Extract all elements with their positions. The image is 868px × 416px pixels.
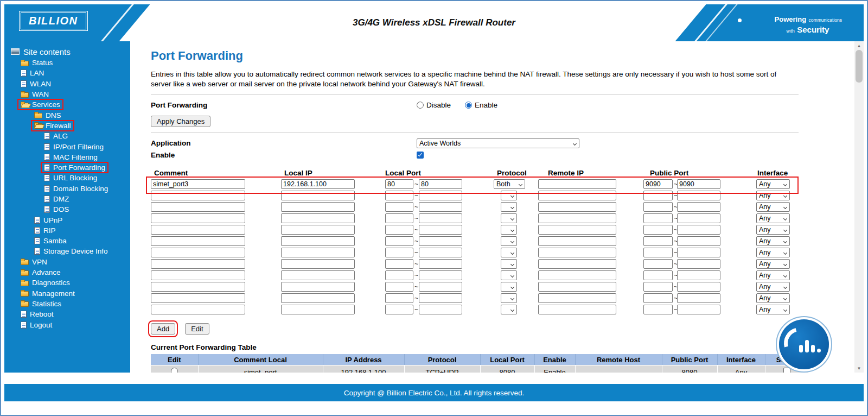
interface-select[interactable]: Any — [756, 202, 790, 212]
local-port-from-input[interactable] — [385, 202, 413, 212]
local-port-to-input[interactable] — [419, 202, 462, 212]
comment-input[interactable] — [151, 259, 245, 269]
sidebar-item-mac-filtering[interactable]: MAC Filtering — [4, 152, 130, 162]
local-port-from-input[interactable] — [385, 236, 413, 246]
add-button[interactable]: Add — [151, 323, 175, 335]
sidebar-item-domain-blocking[interactable]: Domain Blocking — [4, 184, 130, 194]
protocol-select[interactable] — [501, 213, 517, 223]
public-port-from-input[interactable] — [643, 213, 673, 223]
scroll-up-arrow-icon[interactable]: ▲ — [854, 41, 864, 50]
local-port-to-input[interactable] — [419, 248, 462, 257]
interface-select[interactable]: Any — [756, 225, 790, 235]
public-port-from-input[interactable] — [643, 293, 673, 303]
protocol-select[interactable]: Both — [494, 179, 525, 189]
protocol-select[interactable] — [501, 248, 517, 257]
sidebar-item-management[interactable]: Management — [4, 288, 130, 299]
protocol-select[interactable] — [501, 293, 517, 303]
sidebar-item-services[interactable]: Services — [4, 99, 130, 110]
local-ip-input[interactable] — [281, 293, 355, 303]
public-port-to-input[interactable] — [677, 248, 720, 257]
local-ip-input[interactable] — [281, 225, 355, 235]
sidebar-item-ip-port-filtering[interactable]: IP/Port Filtering — [4, 141, 130, 152]
enable-radio[interactable] — [465, 102, 472, 109]
remote-ip-input[interactable] — [538, 259, 616, 269]
comment-input[interactable] — [151, 191, 245, 200]
comment-input[interactable] — [151, 270, 245, 280]
comment-input[interactable] — [151, 225, 245, 235]
public-port-to-input[interactable] — [677, 259, 720, 269]
sidebar-item-url-blocking[interactable]: URL Blocking — [4, 173, 130, 183]
local-port-from-input[interactable] — [385, 248, 413, 257]
interface-select[interactable]: Any — [756, 191, 790, 200]
remote-ip-input[interactable] — [538, 179, 616, 189]
apply-changes-button[interactable]: Apply Changes — [151, 116, 210, 127]
local-port-to-input[interactable] — [419, 270, 462, 280]
public-port-to-input[interactable] — [677, 236, 720, 246]
sidebar-item-dos[interactable]: DOS — [4, 204, 130, 215]
comment-input[interactable] — [151, 213, 245, 223]
local-port-from-input[interactable] — [385, 305, 413, 314]
remote-ip-input[interactable] — [538, 236, 616, 246]
local-port-to-input[interactable] — [419, 179, 462, 189]
interface-select[interactable]: Any — [756, 305, 790, 314]
comment-input[interactable] — [151, 236, 245, 246]
public-port-from-input[interactable] — [643, 248, 673, 257]
local-port-from-input[interactable] — [385, 282, 413, 292]
public-port-to-input[interactable] — [677, 282, 720, 292]
comment-input[interactable] — [151, 202, 245, 212]
sidebar-item-dns[interactable]: DNS — [4, 110, 130, 120]
sidebar-item-firewall[interactable]: Firewall — [4, 121, 130, 131]
sidebar-item-advance[interactable]: Advance — [4, 267, 130, 278]
remote-ip-input[interactable] — [538, 305, 616, 314]
remote-ip-input[interactable] — [538, 293, 616, 303]
comment-input[interactable] — [151, 293, 245, 303]
interface-select[interactable]: Any — [756, 282, 790, 292]
remote-ip-input[interactable] — [538, 248, 616, 257]
remote-ip-input[interactable] — [538, 282, 616, 292]
interface-select[interactable]: Any — [756, 213, 790, 223]
local-port-to-input[interactable] — [419, 213, 462, 223]
local-port-from-input[interactable] — [385, 179, 413, 189]
public-port-to-input[interactable] — [677, 225, 720, 235]
remote-ip-input[interactable] — [538, 213, 616, 223]
local-port-from-input[interactable] — [385, 293, 413, 303]
local-ip-input[interactable] — [281, 270, 355, 280]
protocol-select[interactable] — [501, 191, 517, 200]
sidebar-item-alg[interactable]: ALG — [4, 131, 130, 141]
sidebar-item-logout[interactable]: Logout — [4, 319, 130, 330]
local-ip-input[interactable] — [281, 259, 355, 269]
public-port-from-input[interactable] — [643, 191, 673, 200]
public-port-from-input[interactable] — [643, 259, 673, 269]
local-ip-input[interactable] — [281, 179, 355, 189]
comment-input[interactable] — [151, 282, 245, 292]
interface-select[interactable]: Any — [756, 248, 790, 257]
local-ip-input[interactable] — [281, 248, 355, 257]
comment-input[interactable] — [151, 248, 245, 257]
public-port-to-input[interactable] — [677, 191, 720, 200]
local-ip-input[interactable] — [281, 282, 355, 292]
public-port-to-input[interactable] — [677, 213, 720, 223]
interface-select[interactable]: Any — [756, 293, 790, 303]
local-port-to-input[interactable] — [419, 259, 462, 269]
local-port-to-input[interactable] — [419, 191, 462, 200]
enable-checkbox[interactable] — [417, 152, 424, 159]
local-port-to-input[interactable] — [419, 282, 462, 292]
local-ip-input[interactable] — [281, 213, 355, 223]
local-port-to-input[interactable] — [419, 293, 462, 303]
edit-button[interactable]: Edit — [185, 323, 209, 335]
protocol-select[interactable] — [501, 270, 517, 280]
local-port-from-input[interactable] — [385, 225, 413, 235]
sidebar-item-wlan[interactable]: WLAN — [4, 79, 130, 89]
public-port-from-input[interactable] — [643, 282, 673, 292]
public-port-from-input[interactable] — [643, 202, 673, 212]
remote-ip-input[interactable] — [538, 202, 616, 212]
public-port-to-input[interactable] — [677, 270, 720, 280]
public-port-to-input[interactable] — [677, 202, 720, 212]
sidebar-item-status[interactable]: Status — [4, 58, 130, 68]
scroll-down-arrow-icon[interactable]: ▼ — [854, 364, 864, 373]
public-port-from-input[interactable] — [643, 236, 673, 246]
public-port-from-input[interactable] — [643, 270, 673, 280]
application-select[interactable]: Active Worlds — [417, 138, 579, 148]
sidebar-item-storage-device-info[interactable]: Storage Device Info — [4, 246, 130, 256]
sidebar-item-vpn[interactable]: VPN — [4, 257, 130, 267]
